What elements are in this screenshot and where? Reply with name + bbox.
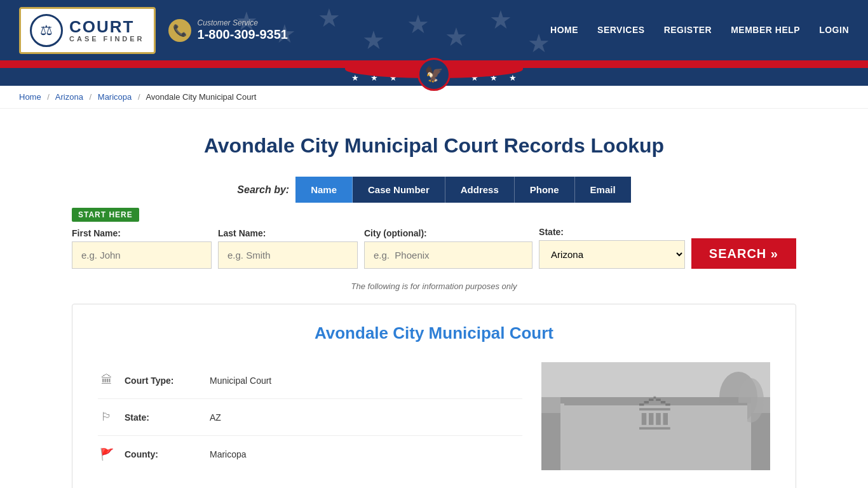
first-name-group: First Name: — [72, 228, 212, 269]
nav-register[interactable]: REGISTER — [664, 25, 712, 36]
last-name-label: Last Name: — [218, 228, 358, 238]
tab-phone[interactable]: Phone — [515, 177, 575, 203]
star-right-3: ★ — [509, 73, 517, 83]
nav-services[interactable]: SERVICES — [597, 25, 645, 36]
svg-rect-8 — [691, 413, 710, 429]
county-icon: 🚩 — [98, 447, 116, 461]
search-by-label: Search by: — [237, 184, 289, 196]
star4: ★ — [362, 25, 385, 55]
court-card-title: Avondale City Municipal Court — [98, 323, 770, 343]
main-content: Avondale City Municipal Court Records Lo… — [53, 109, 815, 488]
court-building-photo — [541, 362, 770, 470]
customer-service-label: Customer Service — [198, 18, 288, 27]
search-by-row: Search by: Name Case Number Address Phon… — [72, 177, 796, 203]
court-type-icon: 🏛 — [98, 374, 116, 387]
first-name-input[interactable] — [72, 241, 212, 269]
county-value: Maricopa — [210, 449, 247, 459]
star7: ★ — [489, 5, 512, 34]
logo-emblem: ⚖ — [30, 14, 63, 47]
city-group: City (optional): — [364, 228, 532, 269]
svg-rect-14 — [694, 426, 696, 467]
breadcrumb-sep-1: / — [47, 92, 50, 102]
wave-section: 🦅 ★ ★ ★ ★ ★ ★ — [0, 60, 868, 86]
court-details: 🏛 Court Type: Municipal Court 🏳 State: A… — [98, 362, 522, 473]
city-input[interactable] — [364, 241, 532, 269]
svg-rect-5 — [605, 413, 624, 429]
breadcrumb-home[interactable]: Home — [19, 92, 41, 102]
last-name-group: Last Name: — [218, 228, 358, 269]
last-name-input[interactable] — [218, 241, 358, 269]
search-form: First Name: Last Name: City (optional): … — [72, 227, 796, 269]
info-note: The following is for information purpose… — [72, 281, 796, 291]
svg-point-13 — [738, 378, 764, 423]
header: ⚖ COURT CASE FINDER 📞 Customer Service 1… — [0, 0, 868, 60]
svg-rect-6 — [634, 413, 653, 429]
star8: ★ — [527, 29, 550, 58]
detail-court-type: 🏛 Court Type: Municipal Court — [98, 362, 522, 399]
tab-case-number[interactable]: Case Number — [353, 177, 445, 203]
state-select[interactable]: AlabamaAlaskaArizonaArkansasCaliforniaCo… — [539, 240, 685, 269]
breadcrumb-arizona[interactable]: Arizona — [55, 92, 83, 102]
tab-name[interactable]: Name — [295, 177, 353, 203]
state-label: State: — [539, 227, 685, 237]
state-detail-label: State: — [125, 412, 201, 423]
svg-rect-9 — [719, 413, 738, 429]
svg-rect-2 — [560, 394, 751, 470]
court-type-value: Municipal Court — [210, 376, 271, 386]
svg-rect-4 — [576, 413, 595, 429]
state-icon: 🏳 — [98, 410, 116, 424]
court-type-label: Court Type: — [125, 376, 201, 386]
nav-home[interactable]: HOME — [550, 25, 578, 36]
nav-member-help[interactable]: MEMBER HELP — [731, 25, 800, 36]
state-detail-value: AZ — [210, 412, 221, 423]
eagle-emblem: 🦅 — [417, 58, 451, 91]
logo-court-text: COURT — [69, 18, 145, 35]
phone-icon: 📞 — [168, 19, 191, 42]
customer-service: 📞 Customer Service 1-800-309-9351 — [168, 18, 288, 42]
breadcrumb-maricopa[interactable]: Maricopa — [98, 92, 132, 102]
star-left-1: ★ — [351, 73, 359, 83]
star5: ★ — [407, 10, 430, 39]
start-here-badge: START HERE — [72, 208, 139, 222]
nav-login[interactable]: LOGIN — [819, 25, 849, 36]
star3: ★ — [318, 3, 341, 32]
page-title: Avondale City Municipal Court Records Lo… — [72, 134, 796, 158]
city-label: City (optional): — [364, 228, 532, 238]
tab-address[interactable]: Address — [445, 177, 515, 203]
svg-rect-10 — [640, 445, 672, 470]
court-card: Avondale City Municipal Court 🏛 Court Ty… — [72, 304, 796, 488]
detail-county: 🚩 County: Maricopa — [98, 436, 522, 473]
svg-rect-7 — [662, 413, 681, 429]
search-button[interactable]: SEARCH » — [691, 238, 796, 269]
customer-service-phone: 1-800-309-9351 — [198, 27, 288, 42]
first-name-label: First Name: — [72, 228, 212, 238]
breadcrumb-current: Avondale City Municipal Court — [146, 92, 256, 102]
county-label: County: — [125, 449, 201, 459]
tab-email[interactable]: Email — [575, 177, 631, 203]
detail-state: 🏳 State: AZ — [98, 399, 522, 436]
court-image — [541, 362, 770, 470]
main-nav: HOME SERVICES REGISTER MEMBER HELP LOGIN — [550, 25, 849, 36]
logo-subtitle: CASE FINDER — [69, 35, 145, 43]
breadcrumb-sep-2: / — [90, 92, 92, 102]
svg-rect-1 — [541, 413, 770, 470]
breadcrumb-sep-3: / — [138, 92, 140, 102]
court-card-body: 🏛 Court Type: Municipal Court 🏳 State: A… — [98, 362, 770, 473]
star6: ★ — [445, 22, 468, 51]
state-group: State: AlabamaAlaskaArizonaArkansasCalif… — [539, 227, 685, 269]
logo: ⚖ COURT CASE FINDER — [19, 7, 156, 54]
